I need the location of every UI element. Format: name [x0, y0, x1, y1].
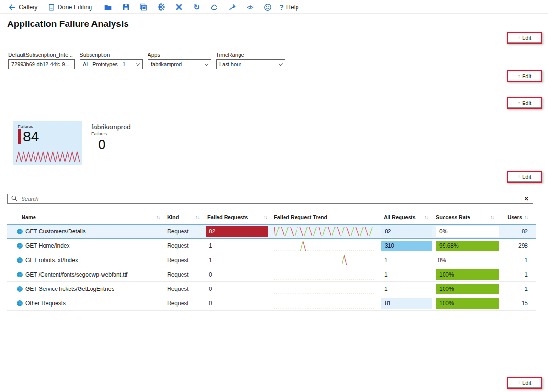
- edit-button-bottom[interactable]: ↑Edit: [507, 377, 542, 389]
- column-header-name[interactable]: Name↑↓: [7, 214, 166, 220]
- table-row[interactable]: GET /Content/fonts/segoewp-webfont.ttf R…: [7, 267, 536, 282]
- column-header-users[interactable]: Users↑↓: [501, 214, 536, 220]
- edit-button-table[interactable]: ↑Edit: [507, 171, 542, 183]
- users-cell: 15: [501, 300, 536, 307]
- table-row[interactable]: GET Customers/Details Request 82 82 0% 8…: [7, 224, 536, 239]
- edit-button-tiles[interactable]: ↑Edit: [507, 97, 542, 109]
- success-rate-bar: 99.68%: [436, 241, 499, 251]
- toolbar-separator: [97, 1, 97, 13]
- gallery-button[interactable]: Gallery: [5, 0, 41, 13]
- row-name: Other Requests: [25, 300, 66, 307]
- table-row[interactable]: Other Requests Request 0 81 100% 15: [7, 296, 536, 311]
- notebook-icon: [48, 3, 55, 11]
- tiles-section: Failures 84 fabrikamprod Failures 0: [13, 121, 158, 165]
- search-icon: [11, 196, 18, 202]
- edit-button-title[interactable]: ↑Edit: [507, 32, 542, 44]
- sort-icon: ↑↓: [491, 215, 494, 219]
- table-row[interactable]: GET Home/Index Request 1 310 99.68% 298: [7, 239, 536, 253]
- page-title: Application Failure Analysis: [7, 19, 129, 29]
- back-arrow-icon: [8, 3, 16, 11]
- subscription-dropdown[interactable]: AI - Prototypes - 1: [80, 59, 143, 69]
- success-rate-bar: 100%: [436, 284, 499, 294]
- column-header-failed-request-trend[interactable]: Failed Request Trend: [274, 214, 381, 220]
- close-button[interactable]: [170, 0, 188, 13]
- row-kind: Request: [166, 271, 206, 278]
- save-button[interactable]: [117, 0, 135, 13]
- column-header-kind[interactable]: Kind↑↓: [166, 214, 206, 220]
- failed-request-trend-sparkline: [274, 240, 377, 252]
- pin-button[interactable]: [223, 0, 241, 13]
- chevron-down-icon: [279, 61, 283, 65]
- settings-button[interactable]: [152, 0, 170, 13]
- edit-button-parameters[interactable]: ↑Edit: [507, 70, 542, 82]
- success-rate-bar: 100%: [436, 269, 499, 280]
- save-all-icon: [139, 3, 148, 11]
- failed-request-trend-sparkline: [274, 225, 377, 238]
- failed-requests-cell: 0: [206, 271, 212, 278]
- users-cell: 1: [501, 257, 536, 264]
- tile-label: Failures: [91, 131, 158, 136]
- parameter-label: Subscription: [80, 52, 143, 58]
- code-icon: </>: [247, 4, 253, 10]
- row-name: GET robots.txt/Index: [25, 257, 78, 264]
- code-button[interactable]: </>: [241, 0, 259, 13]
- default-subscription-input[interactable]: [11, 61, 71, 67]
- cloud-button[interactable]: [206, 0, 223, 13]
- search-input[interactable]: [21, 196, 521, 202]
- table-row[interactable]: GET ServiceTickets/GetLogEntries Request…: [7, 282, 536, 296]
- failed-requests-cell: 0: [206, 300, 212, 307]
- done-editing-button[interactable]: Done Editing: [45, 0, 95, 13]
- users-cell: 82: [501, 228, 536, 235]
- table-row[interactable]: GET robots.txt/Index Request 1 1 0% 1: [7, 253, 536, 267]
- tile-title: fabrikamprod: [91, 123, 158, 131]
- row-kind: Request: [166, 257, 206, 264]
- globe-icon: [17, 286, 23, 292]
- globe-icon: [17, 300, 23, 306]
- failures-tile: Failures 84: [13, 121, 82, 165]
- column-header-failed-requests[interactable]: Failed Requests↑↓: [206, 214, 274, 220]
- column-header-success-rate[interactable]: Success Rate↑↓: [434, 214, 501, 220]
- help-button[interactable]: ? Help: [276, 0, 301, 13]
- failed-request-trend-sparkline: [274, 297, 377, 310]
- failed-requests-cell: 1: [206, 242, 212, 249]
- failed-request-trend-sparkline: [274, 268, 377, 281]
- users-cell: 298: [501, 242, 536, 249]
- save-icon: [122, 3, 130, 11]
- save-all-button[interactable]: [135, 0, 152, 13]
- parameter-apps: Apps fabrikamprod: [148, 52, 211, 69]
- failed-request-trend-sparkline: [274, 283, 377, 295]
- sort-icon: ↑↓: [264, 215, 267, 219]
- folder-button[interactable]: [99, 0, 117, 13]
- column-header-all-requests[interactable]: All Requests↑↓: [381, 214, 434, 220]
- toolbar: Gallery Done Editing ↻: [0, 0, 548, 14]
- tile-accent-bar: [18, 129, 21, 144]
- refresh-button[interactable]: ↻: [188, 0, 206, 13]
- users-cell: 1: [501, 286, 536, 292]
- success-rate-bar: 100%: [436, 298, 499, 309]
- all-requests-cell: 1: [381, 257, 388, 264]
- close-icon: [175, 3, 183, 11]
- help-label: Help: [286, 4, 299, 11]
- all-requests-cell: 1: [381, 286, 388, 292]
- all-requests-bar: 310: [381, 241, 432, 251]
- refresh-icon: ↻: [194, 3, 200, 11]
- clear-search-icon[interactable]: ✕: [524, 196, 529, 202]
- timerange-dropdown[interactable]: Last hour: [216, 59, 285, 69]
- sort-icon: ↑↓: [525, 215, 528, 219]
- apps-dropdown[interactable]: fabrikamprod: [148, 59, 211, 69]
- sort-icon: ↑↓: [156, 215, 160, 219]
- emoji-button[interactable]: [259, 0, 276, 13]
- row-kind: Request: [166, 300, 206, 307]
- globe-icon: [17, 272, 23, 277]
- parameter-label: TimeRange: [216, 52, 285, 58]
- parameters-bar: DefaultSubscription_Inte... Subscription…: [8, 52, 285, 69]
- emoji-icon: [264, 3, 272, 11]
- chevron-down-icon: [136, 61, 140, 65]
- globe-icon: [17, 229, 23, 234]
- failed-request-trend-sparkline: [274, 254, 377, 266]
- help-icon: ?: [279, 3, 284, 11]
- app-failures-tile: fabrikamprod Failures 0: [88, 121, 158, 165]
- row-name: GET Home/Index: [25, 242, 69, 249]
- gallery-label: Gallery: [19, 4, 38, 11]
- search-bar: ✕: [7, 194, 533, 204]
